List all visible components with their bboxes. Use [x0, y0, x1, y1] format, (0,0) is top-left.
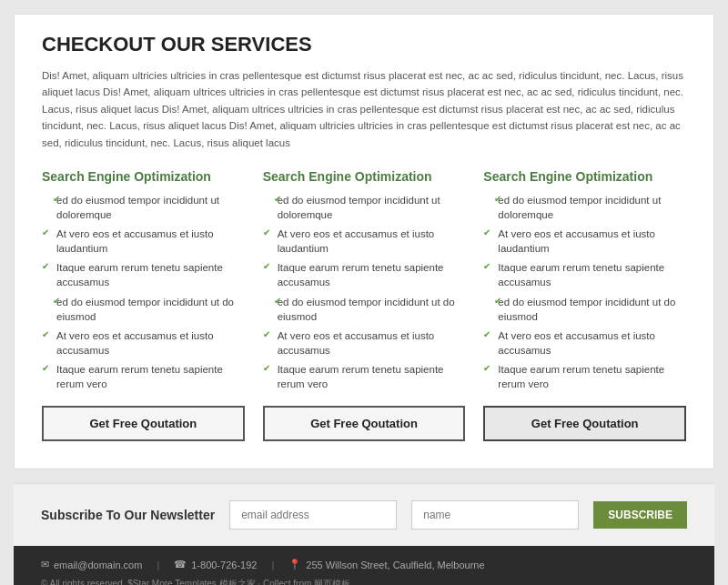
service-item-0-2: Itaque earum rerum tenetu sapiente accus…: [42, 260, 245, 289]
service-item-2-5: Itaque earum rerum tenetu sapiente rerum…: [483, 362, 686, 391]
section-title: CHECKOUT OUR SERVICES: [42, 33, 686, 56]
service-title-2: Search Engine Optimization: [483, 169, 686, 184]
location-icon: 📍: [288, 559, 301, 570]
service-item-0-1: At vero eos et accusamus et iusto laudan…: [42, 227, 245, 256]
footer-address: 📍 255 Willson Street, Caulfield, Melbour…: [288, 559, 484, 570]
service-item-2-1: At vero eos et accusamus et iusto laudan…: [483, 227, 686, 256]
service-item-1-4: At vero eos et accusamus et iusto accusa…: [263, 328, 466, 358]
main-content: CHECKOUT OUR SERVICES Dis! Amet, aliquam…: [14, 14, 714, 469]
footer-phone: ☎ 1-800-726-192: [174, 559, 257, 570]
service-item-1-2: Itaque earum rerum tenetu sapiente accus…: [263, 260, 466, 289]
service-item-2-3: ed do eiusmod tempor incididunt ut do ei…: [494, 295, 686, 324]
service-card-0: Search Engine Optimizationed do eiusmod …: [42, 169, 245, 441]
service-item-1-5: Itaque earum rerum tenetu sapiente rerum…: [263, 362, 466, 391]
footer: ✉ email@domain.com | ☎ 1-800-726-192 | 📍…: [14, 546, 714, 585]
service-item-0-4: At vero eos et accusamus et iusto accusa…: [42, 328, 245, 358]
service-item-1-0: ed do eiusmod tempor incididunt ut dolor…: [274, 193, 466, 222]
quotation-button-2[interactable]: Get Free Qoutation: [483, 406, 686, 441]
service-item-0-5: Itaque earum rerum tenetu sapiente rerum…: [42, 362, 245, 391]
quotation-button-0[interactable]: Get Free Qoutation: [42, 406, 245, 441]
service-card-1: Search Engine Optimizationed do eiusmod …: [263, 169, 466, 441]
email-input[interactable]: [229, 500, 397, 530]
service-list-2: ed do eiusmod tempor incididunt ut dolor…: [483, 193, 686, 391]
services-grid: Search Engine Optimizationed do eiusmod …: [42, 169, 686, 441]
service-item-1-1: At vero eos et accusamus et iusto laudan…: [263, 227, 466, 256]
service-list-1: ed do eiusmod tempor incididunt ut dolor…: [263, 193, 466, 391]
service-item-2-4: At vero eos et accusamus et iusto accusa…: [483, 328, 686, 358]
service-item-2-2: Itaque earum rerum tenetu sapiente accus…: [483, 260, 686, 289]
subscribe-button[interactable]: SUBSCRIBE: [593, 501, 687, 529]
newsletter-label: Subscribe To Our Newsletter: [41, 508, 215, 522]
phone-icon: ☎: [174, 559, 187, 570]
quotation-button-1[interactable]: Get Free Qoutation: [263, 406, 466, 441]
service-item-0-3: ed do eiusmod tempor incididunt ut do ei…: [53, 295, 245, 324]
service-title-0: Search Engine Optimization: [42, 169, 245, 184]
footer-copyright: © All rights reserved. $Star More Templa…: [41, 578, 687, 585]
footer-info: ✉ email@domain.com | ☎ 1-800-726-192 | 📍…: [41, 559, 687, 570]
intro-text: Dis! Amet, aliquam ultricies ultricies i…: [42, 67, 686, 151]
service-title-1: Search Engine Optimization: [263, 169, 466, 184]
service-card-2: Search Engine Optimizationed do eiusmod …: [483, 169, 686, 441]
service-item-0-0: ed do eiusmod tempor incididunt ut dolor…: [53, 193, 245, 222]
name-input[interactable]: [411, 500, 579, 530]
service-item-2-0: ed do eiusmod tempor incididunt ut dolor…: [494, 193, 686, 222]
email-icon: ✉: [41, 559, 49, 570]
newsletter-section: Subscribe To Our Newsletter SUBSCRIBE: [14, 483, 714, 546]
footer-email: ✉ email@domain.com: [41, 559, 142, 570]
service-item-1-3: ed do eiusmod tempor incididunt ut do ei…: [274, 295, 466, 324]
service-list-0: ed do eiusmod tempor incididunt ut dolor…: [42, 193, 245, 391]
